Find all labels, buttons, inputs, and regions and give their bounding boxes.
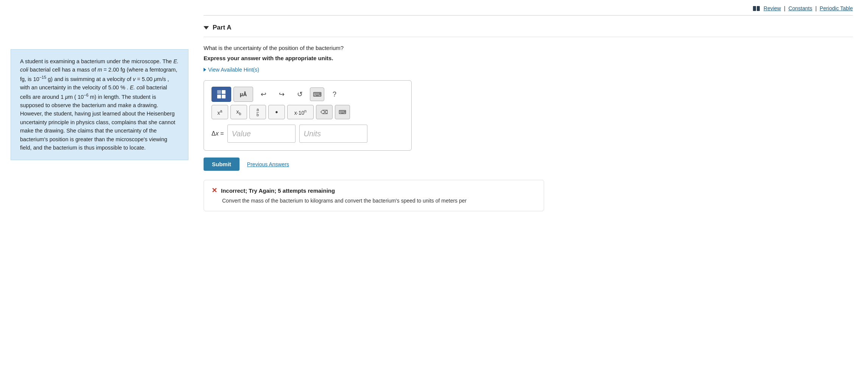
dot-icon: • — [275, 108, 278, 116]
undo-icon: ↩ — [261, 90, 266, 98]
keyboard-2-icon: ⌨ — [339, 109, 346, 115]
refresh-button[interactable]: ↺ — [292, 87, 308, 101]
subscript-icon: xb — [236, 109, 241, 116]
problem-text: A student is examining a bacterium under… — [20, 57, 179, 152]
hint-arrow-icon — [204, 68, 206, 72]
error-x-icon: ✕ — [212, 186, 217, 195]
hint-label: View Available Hint(s) — [208, 67, 259, 73]
collapse-chevron[interactable] — [204, 26, 209, 30]
submit-button[interactable]: Submit — [204, 158, 240, 171]
units-placeholder: Units — [303, 129, 321, 138]
scientific-notation-icon: x·10n — [294, 109, 306, 116]
error-title-text: Incorrect; Try Again; 5 attempts remaini… — [221, 187, 335, 194]
problem-statement: A student is examining a bacterium under… — [11, 49, 188, 160]
keyboard-icon: ⌨ — [313, 91, 322, 98]
value-placeholder: Value — [232, 129, 250, 138]
math-input-box: μÅ ↩ ↪ ↺ ⌨ ? xa — [204, 80, 412, 151]
units-input[interactable]: Units — [299, 125, 367, 143]
subscript-button[interactable]: xb — [230, 105, 247, 119]
value-input[interactable]: Value — [227, 125, 296, 143]
submit-row: Submit Previous Answers — [204, 158, 853, 171]
superscript-icon: xa — [218, 109, 222, 116]
top-bar: Review | Constants | Periodic Table — [204, 0, 853, 16]
scientific-notation-button[interactable]: x·10n — [287, 105, 314, 119]
superscript-button[interactable]: xa — [212, 105, 228, 119]
backspace-icon: ⌫ — [320, 109, 328, 115]
refresh-icon: ↺ — [297, 90, 303, 98]
review-link[interactable]: Review — [764, 5, 781, 11]
backspace-button[interactable]: ⌫ — [316, 105, 333, 119]
book-icon — [753, 6, 760, 11]
part-a-label: Part A — [213, 24, 231, 31]
separator-2: | — [815, 5, 817, 11]
separator-1: | — [784, 5, 786, 11]
constants-link[interactable]: Constants — [789, 5, 812, 11]
answer-row: Δx = Value Units — [212, 125, 404, 143]
redo-icon: ↪ — [279, 90, 285, 98]
undo-button[interactable]: ↩ — [255, 87, 271, 101]
math-toolbar-row-2: xa xb a b • x·10n ⌫ ⌨ — [212, 105, 404, 119]
redo-button[interactable]: ↪ — [274, 87, 289, 101]
error-title-row: ✕ Incorrect; Try Again; 5 attempts remai… — [212, 186, 536, 195]
part-a-header: Part A — [204, 16, 853, 37]
instruction-text: Express your answer with the appropriate… — [204, 55, 853, 61]
question-text: What is the uncertainty of the position … — [204, 45, 853, 51]
grid-mode-button[interactable] — [212, 87, 231, 102]
hint-link[interactable]: View Available Hint(s) — [204, 67, 853, 73]
previous-answers-link[interactable]: Previous Answers — [247, 161, 289, 167]
dot-button[interactable]: • — [268, 105, 285, 119]
delta-x-label: Δx = — [212, 130, 224, 137]
right-panel: Review | Constants | Periodic Table Part… — [188, 0, 868, 365]
keyboard-button[interactable]: ⌨ — [310, 87, 324, 101]
periodic-table-link[interactable]: Periodic Table — [820, 5, 853, 11]
help-icon: ? — [333, 90, 336, 98]
grid-icon — [217, 90, 226, 98]
error-box: ✕ Incorrect; Try Again; 5 attempts remai… — [204, 180, 544, 211]
units-icon: μÅ — [240, 91, 247, 97]
help-button[interactable]: ? — [327, 87, 342, 101]
units-button[interactable]: μÅ — [233, 87, 253, 102]
keyboard-button-2[interactable]: ⌨ — [335, 105, 350, 119]
fraction-button[interactable]: a b — [249, 105, 266, 119]
error-body-text: Convert the mass of the bacterium to kil… — [222, 197, 536, 205]
toolbar-row-1: μÅ ↩ ↪ ↺ ⌨ ? — [212, 87, 404, 102]
fraction-icon: a b — [257, 107, 259, 117]
